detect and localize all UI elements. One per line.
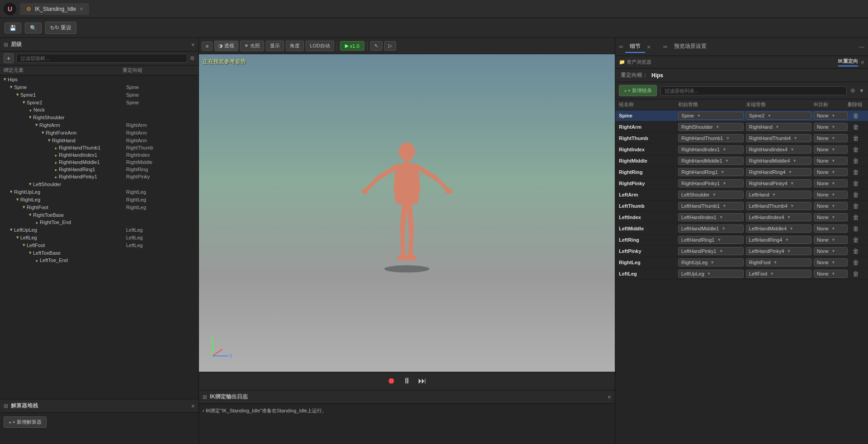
perspective-button[interactable]: ◑ 透视 — [214, 41, 238, 51]
delete-chain-button[interactable]: 🗑 — [853, 236, 859, 243]
tree-item[interactable]: ⬥ Neck — [0, 106, 198, 113]
chain-end-dropdown[interactable]: RightHandMiddle4 ▼ — [746, 157, 811, 165]
chain-options-button[interactable]: ▼ — [859, 88, 864, 94]
chain-ik-dropdown[interactable]: None ▼ — [814, 258, 848, 266]
chain-row[interactable]: LeftRing LeftHandRing1 ▼ LeftHandRing4 ▼… — [615, 234, 868, 246]
tree-item[interactable]: ▾ Spine1 Spine — [0, 91, 198, 98]
more-button[interactable]: ▷ — [384, 41, 396, 51]
chain-ik-dropdown[interactable]: None ▼ — [814, 224, 848, 233]
tab-preview-settings[interactable]: 预览场景设置 — [670, 41, 711, 53]
tab-detail[interactable]: 细节 — [625, 41, 645, 53]
decompiler-close-button[interactable]: × — [191, 402, 195, 410]
chain-start-dropdown[interactable]: RightShoulder ▼ — [678, 123, 744, 131]
delete-chain-button[interactable]: 🗑 — [853, 168, 859, 176]
chain-start-dropdown[interactable]: RightHandPinky1 ▼ — [678, 179, 744, 187]
tree-item[interactable]: ⬥ RightHandRing1 RightRing — [0, 166, 198, 173]
delete-chain-button[interactable]: 🗑 — [853, 191, 859, 198]
hierarchy-search-input[interactable] — [16, 54, 187, 63]
chain-start-dropdown[interactable]: LeftHandIndex1 ▼ — [678, 213, 744, 221]
chain-start-dropdown[interactable]: Spine ▼ — [678, 112, 744, 120]
add-chain-button[interactable]: + + 新增链条 — [619, 85, 657, 96]
tree-item[interactable]: ▾ LeftFoot LeftLeg — [0, 241, 198, 249]
log-close-button[interactable]: × — [608, 393, 611, 401]
record-button[interactable]: ⏺ — [387, 376, 396, 386]
chain-start-dropdown[interactable]: RightHandThumb1 ▼ — [678, 134, 744, 142]
hierarchy-close-button[interactable]: × — [191, 41, 195, 48]
chain-start-dropdown[interactable]: LeftShoulder ▼ — [678, 191, 744, 199]
chain-row[interactable]: LeftThumb LeftHandThumb1 ▼ LeftHandThumb… — [615, 201, 868, 212]
tree-item[interactable]: ▾ RightForeArm RightArm — [0, 129, 198, 136]
chain-ik-dropdown[interactable]: None ▼ — [814, 123, 848, 131]
tree-item[interactable]: ▾ Spine2 Spine — [0, 98, 198, 106]
chain-start-dropdown[interactable]: LeftHandRing1 ▼ — [678, 236, 744, 244]
chain-start-dropdown[interactable]: LeftHandThumb1 ▼ — [678, 202, 744, 210]
hierarchy-add-button[interactable]: + — [4, 53, 14, 63]
chain-row[interactable]: RightArm RightShoulder ▼ RightHand ▼ Non… — [615, 122, 868, 133]
save-button[interactable]: 💾 — [5, 23, 21, 33]
chain-end-dropdown[interactable]: LeftFoot ▼ — [746, 270, 811, 278]
chain-row[interactable]: RightLeg RightUpLeg ▼ RightFoot ▼ None ▼… — [615, 257, 868, 268]
viewport[interactable]: 正在预览参考姿势 — [199, 54, 615, 372]
tree-item[interactable]: ▾ RightHand RightArm — [0, 136, 198, 144]
delete-chain-button[interactable]: 🗑 — [853, 259, 859, 266]
delete-chain-button[interactable]: 🗑 — [853, 112, 859, 119]
tab-close-button[interactable]: × — [80, 6, 83, 12]
chain-ik-dropdown[interactable]: None ▼ — [814, 145, 848, 154]
chain-ik-dropdown[interactable]: None ▼ — [814, 236, 848, 244]
tree-item[interactable]: ▾ RightArm RightArm — [0, 121, 198, 129]
chain-row[interactable]: RightThumb RightHandThumb1 ▼ RightHandTh… — [615, 133, 868, 144]
delete-chain-button[interactable]: 🗑 — [853, 146, 859, 153]
hierarchy-settings-button[interactable]: ⚙ — [190, 55, 195, 61]
chain-ik-dropdown[interactable]: None ▼ — [814, 213, 848, 221]
angle-button[interactable]: 角度 — [286, 41, 304, 51]
ik-retarget-close-button[interactable]: × — [861, 59, 864, 66]
chain-end-dropdown[interactable]: RightHandIndex4 ▼ — [746, 145, 811, 154]
chain-ik-dropdown[interactable]: None ▼ — [814, 157, 848, 165]
tree-item[interactable]: ⬥ RightHandThumb1 RightThumb — [0, 144, 198, 151]
chain-start-dropdown[interactable]: LeftHandMiddle1 ▼ — [678, 224, 744, 233]
lod-button[interactable]: LOD自动 — [306, 41, 334, 51]
tree-item[interactable]: ▾ RightUpLeg RightLeg — [0, 188, 198, 196]
chain-settings-button[interactable]: ⚙ — [850, 88, 855, 94]
chain-start-dropdown[interactable]: RightHandIndex1 ▼ — [678, 145, 744, 154]
chain-ik-dropdown[interactable]: None ▼ — [814, 202, 848, 210]
chain-start-dropdown[interactable]: LeftHandPinky1 ▼ — [678, 247, 744, 255]
chain-end-dropdown[interactable]: RightHandPinky4 ▼ — [746, 179, 811, 187]
chain-end-dropdown[interactable]: RightHand ▼ — [746, 123, 811, 131]
tree-item[interactable]: ▾ RightShoulder — [0, 113, 198, 121]
viewport-menu-button[interactable]: ≡ — [202, 42, 212, 51]
tree-item[interactable]: ⬥ RightHandMiddle1 RightMiddle — [0, 159, 198, 166]
chain-end-dropdown[interactable]: RightFoot ▼ — [746, 258, 811, 266]
delete-chain-button[interactable]: 🗑 — [853, 270, 859, 277]
chain-row[interactable]: Spine Spine ▼ Spine2 ▼ None ▼ 🗑 — [615, 110, 868, 122]
tree-item[interactable]: ▾ RightLeg RightLeg — [0, 196, 198, 203]
chain-ik-dropdown[interactable]: None ▼ — [814, 168, 848, 176]
delete-chain-button[interactable]: 🗑 — [853, 225, 859, 232]
chain-row[interactable]: RightMiddle RightHandMiddle1 ▼ RightHand… — [615, 155, 868, 167]
pause-button[interactable]: ⏸ — [403, 376, 411, 386]
tree-item[interactable]: ⬥ RightHandIndex1 RightIndex — [0, 151, 198, 159]
chain-end-dropdown[interactable]: LeftHandIndex4 ▼ — [746, 213, 811, 221]
chain-ik-dropdown[interactable]: None ▼ — [814, 191, 848, 199]
tree-item[interactable]: ▾ LeftUpLeg LeftLeg — [0, 226, 198, 234]
browse-button[interactable]: 🔍 — [25, 23, 42, 33]
delete-chain-button[interactable]: 🗑 — [853, 214, 859, 221]
add-solver-button[interactable]: + + 新增解算器 — [4, 416, 47, 428]
lighting-button[interactable]: ☀ 光照 — [240, 41, 264, 51]
chain-start-dropdown[interactable]: LeftUpLeg ▼ — [678, 270, 744, 278]
cursor-button[interactable]: ↖ — [370, 41, 382, 51]
chain-ik-dropdown[interactable]: None ▼ — [814, 270, 848, 278]
tree-item[interactable]: ▾ RightToeBase — [0, 211, 198, 219]
chain-row[interactable]: LeftMiddle LeftHandMiddle1 ▼ LeftHandMid… — [615, 223, 868, 234]
show-button[interactable]: 显示 — [266, 41, 284, 51]
chain-start-dropdown[interactable]: RightHandRing1 ▼ — [678, 168, 744, 176]
delete-chain-button[interactable]: 🗑 — [853, 202, 859, 210]
ik-retarget-tab[interactable]: IK重定向 — [838, 58, 858, 66]
chain-start-dropdown[interactable]: RightHandMiddle1 ▼ — [678, 157, 744, 165]
step-forward-button[interactable]: ⏭ — [418, 376, 426, 386]
chain-end-dropdown[interactable]: LeftHandThumb4 ▼ — [746, 202, 811, 210]
chain-row[interactable]: LeftArm LeftShoulder ▼ LeftHand ▼ None ▼… — [615, 189, 868, 201]
delete-chain-button[interactable]: 🗑 — [853, 123, 859, 131]
delete-chain-button[interactable]: 🗑 — [853, 135, 859, 142]
tree-item[interactable]: ⬥ RightHandPinky1 RightPinky — [0, 173, 198, 180]
